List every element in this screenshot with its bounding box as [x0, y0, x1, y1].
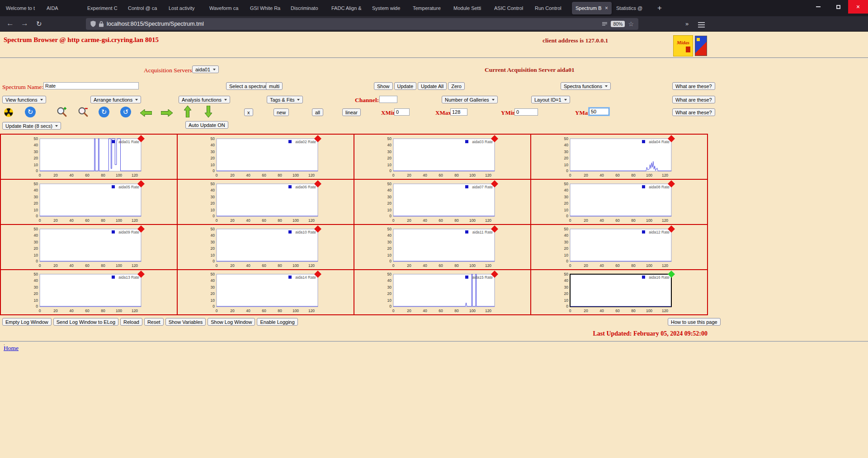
show-button[interactable]: Show — [374, 82, 393, 90]
ymax-input[interactable] — [589, 108, 609, 115]
browser-tab[interactable]: FADC Align & — [328, 2, 368, 14]
spectrum-cell[interactable]: 01020304050020406080100120aida01 Rate — [0, 134, 177, 179]
browser-tab[interactable]: Spectrum B× — [572, 2, 612, 14]
xmax-input[interactable] — [450, 108, 467, 116]
spectrum-cell[interactable]: 01020304050020406080100120aida05 Rate — [0, 179, 177, 224]
spectrum-name-input[interactable] — [43, 82, 139, 89]
tab-close-icon[interactable]: × — [605, 5, 608, 11]
browser-tab[interactable]: Welcome to t — [2, 2, 42, 14]
reader-mode-icon[interactable] — [602, 21, 608, 27]
acquisition-servers-label: Acquisition Servers — [144, 67, 192, 74]
view-functions-dropdown[interactable]: View functions — [2, 96, 46, 103]
browser-tab[interactable]: Run Control — [531, 2, 571, 14]
spectra-functions-dropdown[interactable]: Spectra functions — [561, 82, 611, 90]
shield-icon[interactable] — [90, 21, 96, 27]
log-button[interactable]: Send Log Window to ELog — [53, 318, 118, 326]
facility-logo[interactable] — [695, 36, 707, 56]
browser-tab[interactable]: ASIC Control — [491, 2, 530, 14]
update-rate-dropdown[interactable]: Update Rate (8 secs) — [2, 122, 61, 130]
spectrum-cell[interactable]: 01020304050020406080100120aida15 Rate — [354, 269, 530, 314]
refresh-icon[interactable]: ↻ — [25, 107, 36, 117]
axis-tick-label: 100 — [469, 173, 476, 178]
url-bar[interactable]: localhost:8015/Spectrum/Spectrum.tml 80%… — [86, 18, 638, 30]
arrange-functions-dropdown[interactable]: Arrange functions — [90, 96, 141, 103]
browser-tab[interactable]: AIDA — [43, 2, 83, 14]
circular-arrow-cw-icon[interactable]: ↻ — [99, 107, 109, 117]
spectrum-cell[interactable]: 01020304050020406080100120aida13 Rate — [0, 269, 177, 314]
browser-tab[interactable]: Control @ ca — [124, 2, 164, 14]
menu-icon[interactable] — [698, 21, 705, 29]
channel-input[interactable] — [379, 96, 397, 103]
tags-fits-dropdown[interactable]: Tags & Fits — [267, 96, 303, 103]
arrow-up-icon[interactable] — [184, 106, 191, 119]
window-maximize-button[interactable] — [828, 0, 848, 14]
log-button[interactable]: Show Variables — [165, 318, 206, 326]
midas-logo[interactable]: Midas — [673, 35, 693, 56]
back-button[interactable]: ← — [6, 19, 14, 28]
reload-button[interactable]: ↻ — [36, 20, 42, 28]
all-button[interactable]: all — [312, 108, 323, 116]
forward-button[interactable]: → — [21, 19, 28, 28]
log-button[interactable]: Reset — [144, 318, 164, 326]
x-button[interactable]: x — [244, 108, 253, 116]
log-button[interactable]: Show Log Window — [208, 318, 255, 326]
what-are-these-button[interactable]: What are these? — [672, 96, 715, 103]
spectrum-cell[interactable]: 01020304050020406080100120aida02 Rate — [177, 134, 354, 179]
spectrum-cell[interactable]: 01020304050020406080100120aida03 Rate — [354, 134, 530, 179]
browser-tab[interactable]: Experiment C — [84, 2, 123, 14]
auto-update-button[interactable]: Auto Update ON — [185, 121, 228, 129]
radiation-icon[interactable] — [4, 107, 14, 119]
browser-tab[interactable]: Module Setti — [450, 2, 490, 14]
how-to-use-button[interactable]: How to use this page — [668, 318, 721, 326]
number-of-galleries-dropdown[interactable]: Number of Galleries — [442, 96, 498, 103]
lock-icon[interactable] — [99, 21, 104, 27]
log-button[interactable]: Enable Logging — [257, 318, 297, 326]
arrow-down-icon[interactable] — [205, 106, 212, 119]
overflow-chevron-icon[interactable]: » — [685, 20, 689, 27]
spectrum-cell[interactable]: 01020304050020406080100120aida10 Rate — [177, 224, 354, 269]
what-are-these-button[interactable]: What are these? — [672, 82, 715, 90]
acquisition-server-select[interactable]: aida01 — [192, 65, 219, 73]
spectrum-cell[interactable]: 01020304050020406080100120aida07 Rate — [354, 179, 530, 224]
spectrum-cell[interactable]: 01020304050020406080100120aida12 Rate — [530, 224, 707, 269]
update-all-button[interactable]: Update All — [418, 82, 447, 90]
arrow-left-icon[interactable] — [140, 109, 152, 118]
zoom-level-badge[interactable]: 80% — [611, 21, 625, 27]
spectrum-cell[interactable]: 01020304050020406080100120aida16 Rate — [530, 269, 707, 314]
layout-id-dropdown[interactable]: Layout ID=1 — [531, 96, 570, 103]
window-close-button[interactable]: × — [848, 0, 868, 14]
xmin-input[interactable] — [394, 108, 410, 116]
ymin-input[interactable] — [514, 108, 538, 116]
home-link[interactable]: Home — [4, 345, 19, 352]
url-text[interactable]: localhost:8015/Spectrum/Spectrum.tml — [107, 21, 204, 27]
spectrum-cell[interactable]: 01020304050020406080100120aida11 Rate — [354, 224, 530, 269]
spectrum-cell[interactable]: 01020304050020406080100120aida06 Rate — [177, 179, 354, 224]
spectrum-cell[interactable]: 01020304050020406080100120aida14 Rate — [177, 269, 354, 314]
multi-button[interactable]: multi — [266, 82, 283, 90]
circular-arrow-ccw-icon[interactable]: ↺ — [120, 107, 131, 117]
browser-tab[interactable]: Temperature — [409, 2, 449, 14]
what-are-these-button[interactable]: What are these? — [672, 108, 715, 116]
new-button[interactable]: new — [274, 108, 289, 116]
arrow-right-icon[interactable] — [161, 109, 173, 118]
browser-tab[interactable]: Statistics @ — [613, 2, 652, 14]
browser-tab[interactable]: Waveform ca — [206, 2, 245, 14]
spectrum-cell[interactable]: 01020304050020406080100120aida09 Rate — [0, 224, 177, 269]
window-minimize-button[interactable] — [808, 0, 828, 14]
update-button[interactable]: Update — [394, 82, 416, 90]
linear-button[interactable]: linear — [342, 108, 361, 116]
spectrum-cell[interactable]: 01020304050020406080100120aida04 Rate — [530, 134, 707, 179]
log-button[interactable]: Reload — [120, 318, 142, 326]
bookmark-star-icon[interactable]: ☆ — [628, 20, 634, 28]
spectrum-cell[interactable]: 01020304050020406080100120aida08 Rate — [530, 179, 707, 224]
new-tab-button[interactable]: + — [654, 2, 665, 14]
browser-tab[interactable]: Discriminato — [287, 2, 327, 14]
zoom-in-icon[interactable] — [57, 106, 68, 119]
log-button[interactable]: Empty Log Window — [2, 318, 52, 326]
analysis-functions-dropdown[interactable]: Analysis functions — [179, 96, 230, 103]
browser-tab[interactable]: GSI White Ra — [246, 2, 286, 14]
browser-tab[interactable]: System wide — [368, 2, 408, 14]
zero-button[interactable]: Zero — [448, 82, 465, 90]
browser-tab[interactable]: Lost activity — [165, 2, 205, 14]
zoom-out-icon[interactable] — [78, 106, 89, 119]
